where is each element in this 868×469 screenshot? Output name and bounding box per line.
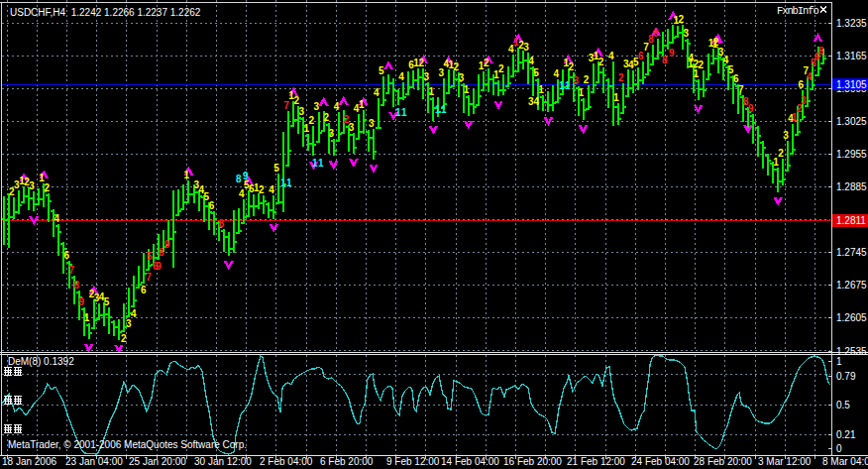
- svg-text:18 Jan 2006: 18 Jan 2006: [2, 456, 56, 467]
- svg-text:1.3165: 1.3165: [836, 51, 867, 61]
- svg-text:7: 7: [283, 100, 289, 111]
- svg-text:1: 1: [318, 158, 324, 169]
- svg-text:1: 1: [836, 356, 842, 367]
- svg-text:3: 3: [298, 106, 304, 117]
- svg-text:3: 3: [523, 42, 529, 53]
- svg-text:1.3105: 1.3105: [836, 79, 867, 90]
- svg-text:9: 9: [669, 48, 675, 59]
- svg-text:8: 8: [236, 174, 242, 184]
- svg-text:4: 4: [553, 68, 559, 79]
- svg-text:FxnbInfo: FxnbInfo: [777, 5, 818, 17]
- svg-text:24 Feb 04:00: 24 Feb 04:00: [631, 456, 690, 467]
- svg-text:6: 6: [733, 73, 739, 84]
- svg-text:1: 1: [286, 177, 292, 188]
- svg-text:4: 4: [374, 87, 380, 98]
- svg-text:2: 2: [418, 58, 424, 68]
- svg-text:8: 8: [74, 280, 80, 291]
- svg-text:USDCHF,H4 1.2242 1.2266 1.223: USDCHF,H4 1.2242 1.2266 1.2237 1.2262: [10, 7, 201, 18]
- svg-text:0.21: 0.21: [836, 429, 856, 440]
- svg-text:3: 3: [684, 28, 690, 39]
- svg-text:2 Feb 04:00: 2 Feb 04:00: [260, 456, 313, 467]
- svg-text:30 Jan 12:00: 30 Jan 12:00: [194, 456, 252, 467]
- svg-text:7: 7: [146, 272, 152, 283]
- svg-text:6: 6: [209, 200, 215, 211]
- svg-text:6: 6: [64, 250, 70, 261]
- svg-text:9: 9: [653, 28, 659, 39]
- svg-text:9: 9: [164, 239, 170, 250]
- svg-text:1.2745: 1.2745: [836, 247, 867, 258]
- svg-text:1.2675: 1.2675: [836, 280, 867, 291]
- svg-text:1: 1: [401, 107, 407, 118]
- svg-text:2: 2: [324, 112, 330, 123]
- svg-text:0: 0: [836, 443, 842, 454]
- svg-text:3: 3: [574, 75, 580, 86]
- svg-text:1: 1: [184, 170, 190, 180]
- svg-text:4: 4: [131, 308, 137, 319]
- svg-text:1: 1: [565, 80, 571, 91]
- svg-text:2: 2: [498, 63, 504, 74]
- svg-text:3: 3: [369, 118, 375, 129]
- svg-text:4: 4: [807, 71, 813, 82]
- svg-text:1: 1: [538, 84, 544, 95]
- svg-text:MetaTrader, © 2001-2006 MetaQu: MetaTrader, © 2001-2006 MetaQuotes Softw…: [8, 439, 247, 450]
- svg-text:2: 2: [259, 184, 265, 195]
- svg-text:23 Jan 04:00: 23 Jan 04:00: [65, 456, 123, 467]
- svg-text:3: 3: [459, 72, 465, 83]
- svg-text:4: 4: [528, 56, 534, 66]
- svg-text:2: 2: [44, 182, 50, 193]
- svg-text:5: 5: [533, 67, 539, 78]
- svg-text:1.2885: 1.2885: [836, 181, 867, 192]
- svg-text:12: 12: [688, 59, 700, 69]
- svg-text:4: 4: [398, 71, 404, 82]
- svg-text:5: 5: [104, 296, 110, 307]
- svg-text:1: 1: [428, 86, 434, 97]
- svg-text:3: 3: [783, 130, 789, 141]
- svg-text:DeM(8) 0.1392: DeM(8) 0.1392: [8, 356, 74, 367]
- svg-text:28 Feb 20:00: 28 Feb 20:00: [694, 456, 752, 467]
- svg-text:2: 2: [778, 148, 784, 159]
- svg-text:1: 1: [441, 104, 447, 115]
- svg-text:1: 1: [613, 92, 619, 103]
- svg-text:6: 6: [153, 261, 159, 272]
- svg-text:2: 2: [598, 57, 604, 67]
- svg-text:1.2955: 1.2955: [836, 149, 867, 160]
- svg-text:4: 4: [334, 101, 340, 112]
- svg-text:3: 3: [314, 101, 320, 112]
- svg-text:8: 8: [219, 218, 225, 229]
- svg-text:1: 1: [712, 39, 718, 50]
- svg-text:2: 2: [293, 95, 299, 106]
- svg-text:2: 2: [699, 59, 705, 70]
- svg-text:2: 2: [484, 58, 489, 68]
- svg-text:6: 6: [798, 79, 804, 90]
- svg-text:1: 1: [464, 84, 470, 95]
- svg-text:5: 5: [273, 163, 279, 174]
- svg-text:14 Feb 04:00: 14 Feb 04:00: [441, 456, 499, 467]
- svg-text:6 Feb 20:00: 6 Feb 20:00: [320, 456, 374, 467]
- svg-text:1.3235: 1.3235: [836, 18, 867, 29]
- svg-text:3: 3: [423, 71, 429, 82]
- svg-text:9: 9: [79, 296, 85, 307]
- svg-text:6: 6: [141, 285, 147, 295]
- svg-text:9: 9: [243, 171, 249, 181]
- svg-text:5: 5: [379, 65, 384, 76]
- svg-text:3: 3: [29, 180, 35, 191]
- svg-text:25 Jan 20:00: 25 Jan 20:00: [129, 456, 186, 467]
- svg-text:1: 1: [84, 312, 90, 323]
- svg-text:7: 7: [738, 84, 744, 95]
- svg-text:34: 34: [528, 96, 540, 107]
- svg-text:1.3025: 1.3025: [836, 116, 867, 127]
- svg-text:3: 3: [126, 318, 132, 329]
- svg-text:2: 2: [618, 72, 624, 83]
- svg-text:2: 2: [678, 14, 684, 25]
- svg-text:0.79: 0.79: [836, 371, 856, 382]
- svg-text:3: 3: [349, 122, 355, 133]
- svg-text:4: 4: [54, 213, 59, 224]
- svg-text:4: 4: [608, 51, 614, 61]
- svg-text:2: 2: [309, 115, 315, 126]
- svg-text:1: 1: [359, 99, 365, 110]
- svg-text:0.5: 0.5: [836, 400, 850, 410]
- svg-text:16 Feb 20:00: 16 Feb 20:00: [503, 456, 562, 467]
- svg-text:1.2811: 1.2811: [836, 215, 866, 226]
- svg-text:2: 2: [454, 61, 460, 72]
- svg-text:2: 2: [569, 61, 575, 72]
